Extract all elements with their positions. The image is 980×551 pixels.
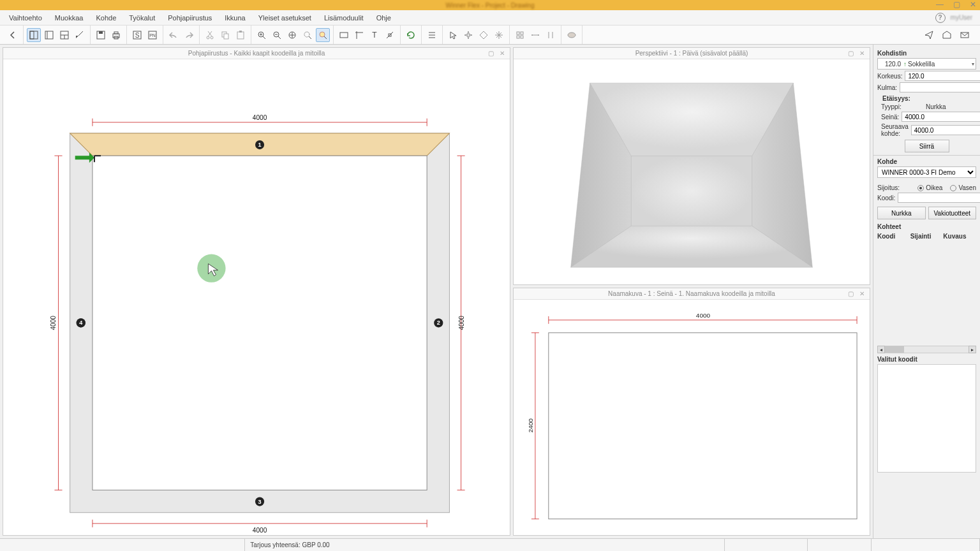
zoom-window-button[interactable] xyxy=(301,28,315,42)
s-button[interactable]: S xyxy=(130,28,144,42)
siirra-button[interactable]: Siirrä xyxy=(905,140,949,152)
send-icon[interactable] xyxy=(922,28,936,42)
koodi-label: Koodi: xyxy=(877,195,895,202)
plan-close-icon[interactable]: ✕ xyxy=(500,50,507,57)
vakiotuotteet-button[interactable]: Vakiotuotteet xyxy=(928,207,977,219)
list-button[interactable] xyxy=(425,28,439,42)
menu-pohjapiirustus[interactable]: Pohjapiirustus xyxy=(161,11,218,24)
tool-text-button[interactable]: T xyxy=(368,28,382,42)
side-panel: Kohdistin 120.0 ↑ Sokkelilla ▾ Korkeus: … xyxy=(873,45,980,538)
scroll-left-icon[interactable]: ◂ xyxy=(877,346,885,353)
render-button[interactable] xyxy=(565,28,579,42)
zoom-out-button[interactable] xyxy=(270,28,284,42)
kohdistin-header: Kohdistin xyxy=(877,50,976,57)
pointer-button[interactable] xyxy=(446,28,460,42)
snap3-button[interactable] xyxy=(492,28,506,42)
tool-dim-button[interactable] xyxy=(352,28,366,42)
seina-label: Seinä: xyxy=(877,114,899,121)
kohdistin-value: 120.0 xyxy=(879,61,903,68)
kohdistin-select[interactable]: 120.0 ↑ Sokkelilla ▾ xyxy=(877,58,976,70)
elevation-canvas[interactable]: 4000 2400 xyxy=(514,300,870,535)
perspective-view-header: Perspektiivi - 1 : Päivä (sisävalot pääl… xyxy=(514,48,870,59)
tool-line-button[interactable] xyxy=(383,28,397,42)
sijoitus-vasen-radio[interactable]: Vasen xyxy=(950,184,976,191)
back-button[interactable] xyxy=(6,28,20,42)
plan-canvas[interactable]: 1 2 3 4 4000 4000 xyxy=(3,59,510,535)
svg-text:4000: 4000 xyxy=(253,527,267,534)
tag-icon[interactable] xyxy=(940,28,954,42)
copy-button[interactable] xyxy=(218,28,232,42)
elev-maximize-icon[interactable]: ▢ xyxy=(848,290,856,298)
svg-text:4000: 4000 xyxy=(696,312,711,319)
svg-text:1: 1 xyxy=(258,142,262,148)
scroll-thumb[interactable] xyxy=(885,346,904,353)
layout-3-button[interactable] xyxy=(57,28,71,42)
svg-line-30 xyxy=(278,36,281,39)
col-sijainti[interactable]: Sijainti xyxy=(910,233,944,240)
kulma-label: Kulma: xyxy=(877,84,897,91)
layout-1-button[interactable] xyxy=(27,28,41,42)
perspective-canvas[interactable] xyxy=(514,59,870,284)
grid2-button[interactable] xyxy=(528,28,542,42)
undo-button[interactable] xyxy=(167,28,181,42)
help-icon[interactable]: ? xyxy=(935,13,946,23)
layout-4-button[interactable] xyxy=(73,28,87,42)
sijoitus-oikea-radio[interactable]: Oikea xyxy=(917,184,942,191)
zoom-cursor-button[interactable] xyxy=(316,28,330,42)
menu-muokkaa[interactable]: Muokkaa xyxy=(48,11,90,24)
menu-yleiset[interactable]: Yleiset asetukset xyxy=(252,11,318,24)
grid3-button[interactable] xyxy=(544,28,558,42)
elevation-view-title: Naamakuva - 1 : Seinä - 1. Naamakuva koo… xyxy=(608,290,775,297)
scroll-right-icon[interactable]: ▸ xyxy=(969,346,976,353)
menu-kohde[interactable]: Kohde xyxy=(89,11,122,24)
kohde-select[interactable]: WINNER 0000-3 FI Demo xyxy=(877,166,976,178)
cut-button[interactable] xyxy=(203,28,217,42)
plan-maximize-icon[interactable]: ▢ xyxy=(488,50,496,57)
persp-maximize-icon[interactable]: ▢ xyxy=(848,50,856,57)
menu-lisamoduulit[interactable]: Lisämoduulit xyxy=(318,11,370,24)
layout-2-button[interactable] xyxy=(42,28,56,42)
snap2-button[interactable] xyxy=(477,28,491,42)
refresh-button[interactable] xyxy=(404,28,418,42)
minimize-button[interactable]: — xyxy=(935,1,944,10)
menu-ikkuna[interactable]: Ikkuna xyxy=(218,11,251,24)
zoom-fit-button[interactable] xyxy=(285,28,299,42)
close-button[interactable]: ✕ xyxy=(969,1,977,10)
seuraava-input[interactable] xyxy=(911,125,980,135)
kohteet-body[interactable] xyxy=(877,241,976,343)
svg-rect-24 xyxy=(239,31,242,33)
redo-button[interactable] xyxy=(182,28,196,42)
snap1-button[interactable] xyxy=(461,28,475,42)
menu-ohje[interactable]: Ohje xyxy=(370,11,397,24)
menu-vaihtoehto[interactable]: Vaihtoehto xyxy=(3,11,48,24)
svg-text:T: T xyxy=(372,31,377,40)
seina-input[interactable] xyxy=(902,112,980,122)
menu-tyokalut[interactable]: Työkalut xyxy=(122,11,161,24)
korkeus-input[interactable] xyxy=(905,71,980,81)
svg-text:4000: 4000 xyxy=(50,316,57,330)
zoom-in-button[interactable] xyxy=(255,28,269,42)
persp-close-icon[interactable]: ✕ xyxy=(859,50,867,57)
valitut-header: Valitut koodit xyxy=(877,356,976,363)
grid1-button[interactable] xyxy=(513,28,527,42)
status-offer: Tarjous yhteensä: GBP 0.00 xyxy=(245,539,725,551)
col-kuvaus[interactable]: Kuvaus xyxy=(943,233,976,240)
plan-view-title: Pohjapiirustus - Kaikki kaapit koodeilla… xyxy=(188,50,325,57)
koodi-input[interactable] xyxy=(898,193,980,203)
save-button[interactable] xyxy=(94,28,108,42)
menu-bar: Vaihtoehto Muokkaa Kohde Työkalut Pohjap… xyxy=(0,10,980,26)
kohde-header: Kohde xyxy=(877,158,976,165)
elev-close-icon[interactable]: ✕ xyxy=(859,290,867,298)
kohdistin-label: Sokkelilla xyxy=(908,61,935,68)
col-koodi[interactable]: Koodi xyxy=(877,233,910,240)
horizontal-scrollbar[interactable]: ◂ ▸ xyxy=(877,346,976,353)
nurkka-button[interactable]: Nurkka xyxy=(877,207,926,219)
valitut-koodit-box[interactable] xyxy=(877,364,976,473)
kulma-input[interactable] xyxy=(900,82,980,92)
paste-button[interactable] xyxy=(234,28,248,42)
print-button[interactable] xyxy=(109,28,123,42)
pn-button[interactable]: PN xyxy=(145,28,160,42)
mail-icon[interactable] xyxy=(958,28,972,42)
tool-rect-button[interactable] xyxy=(337,28,351,42)
maximize-button[interactable]: ▢ xyxy=(952,1,961,10)
